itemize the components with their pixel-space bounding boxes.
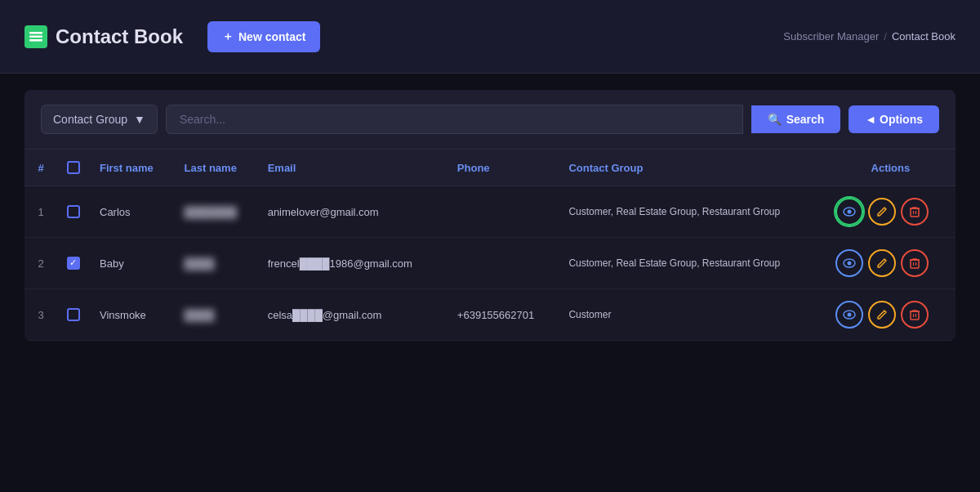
search-input[interactable]	[166, 105, 743, 134]
last-name-cell: ███████	[175, 186, 258, 238]
col-email: Email	[258, 150, 448, 186]
row-checkbox-cell	[57, 186, 90, 238]
breadcrumb: Subscriber Manager / Contact Book	[783, 30, 956, 42]
row-checkbox-cell	[57, 289, 90, 341]
plus-icon: ＋	[222, 29, 234, 44]
svg-rect-5	[911, 208, 919, 217]
logo-area: Contact Book	[24, 25, 183, 48]
row-checkbox-cell	[57, 238, 90, 289]
row-number: 3	[24, 289, 57, 341]
breadcrumb-current: Contact Book	[892, 30, 956, 42]
delete-button[interactable]	[901, 301, 929, 329]
row-checkbox[interactable]	[67, 308, 80, 321]
svg-rect-2	[29, 39, 42, 42]
actions-cell	[826, 289, 956, 341]
breadcrumb-separator: /	[884, 30, 887, 42]
row-checkbox[interactable]	[67, 257, 80, 270]
svg-point-10	[847, 262, 851, 266]
table-container: # First name Last name Email Phone Conta…	[24, 150, 956, 341]
col-last-name: Last name	[175, 150, 258, 186]
view-button[interactable]	[835, 249, 863, 277]
edit-button[interactable]	[868, 198, 896, 226]
edit-button[interactable]	[868, 249, 896, 277]
phone-cell	[448, 238, 559, 289]
svg-rect-17	[911, 311, 919, 320]
logo-icon	[24, 25, 47, 48]
dropdown-chevron-icon: ▼	[134, 113, 145, 126]
col-phone: Phone	[448, 150, 559, 186]
email-cell: animelover@gmail.com	[258, 186, 448, 238]
last-name-cell: ████	[175, 289, 258, 341]
view-button[interactable]	[835, 301, 863, 329]
email-cell: frencel████1986@gmail.com	[258, 238, 448, 289]
first-name-cell: Vinsmoke	[90, 289, 175, 341]
top-bar: Contact Book ＋ New contact Subscriber Ma…	[0, 0, 980, 74]
row-checkbox[interactable]	[67, 205, 80, 218]
svg-rect-11	[911, 260, 919, 268]
last-name-cell: ████	[175, 238, 258, 289]
actions-cell	[826, 186, 956, 238]
first-name-cell: Carlos	[90, 186, 175, 238]
contact-group-cell: Customer, Real Estate Group, Restaurant …	[559, 238, 825, 289]
contact-group-cell: Customer	[559, 289, 825, 341]
phone-cell	[448, 186, 559, 238]
delete-button[interactable]	[901, 249, 929, 277]
options-button[interactable]: ◄ Options	[849, 105, 939, 133]
edit-button[interactable]	[868, 301, 896, 329]
table-row: 1 Carlos ███████ animelover@gmail.com Cu…	[24, 186, 956, 238]
search-button[interactable]: 🔍 Search	[751, 105, 841, 133]
first-name-cell: Baby	[90, 238, 175, 289]
svg-point-16	[847, 313, 851, 317]
view-button[interactable]	[835, 198, 863, 226]
email-cell: celsa████@gmail.com	[258, 289, 448, 341]
row-number: 1	[24, 186, 57, 238]
contact-group-dropdown[interactable]: Contact Group ▼	[41, 105, 158, 134]
toolbar: Contact Group ▼ 🔍 Search ◄ Options	[24, 90, 956, 150]
header-checkbox[interactable]	[67, 161, 80, 174]
page-title: Contact Book	[56, 25, 183, 48]
phone-cell: +639155662701	[448, 289, 559, 341]
actions-cell	[826, 238, 956, 289]
col-contact-group: Contact Group	[559, 150, 825, 186]
breadcrumb-parent: Subscriber Manager	[783, 30, 879, 42]
contact-group-cell: Customer, Real Estate Group, Restaurant …	[559, 186, 825, 238]
table-row: 2 Baby ████ frencel████1986@gmail.com Cu…	[24, 238, 956, 289]
col-hash: #	[24, 150, 57, 186]
contacts-table: # First name Last name Email Phone Conta…	[24, 150, 956, 341]
table-row: 3 Vinsmoke ████ celsa████@gmail.com +639…	[24, 289, 956, 341]
svg-rect-1	[29, 35, 42, 38]
table-header-row: # First name Last name Email Phone Conta…	[24, 150, 956, 186]
delete-button[interactable]	[901, 198, 929, 226]
new-contact-button[interactable]: ＋ New contact	[207, 21, 320, 52]
svg-point-4	[847, 210, 851, 214]
main-content: Contact Group ▼ 🔍 Search ◄ Options # Fir…	[24, 90, 956, 341]
row-number: 2	[24, 238, 57, 289]
col-first-name: First name	[90, 150, 175, 186]
col-checkbox	[57, 150, 90, 186]
search-icon: 🔍	[768, 113, 782, 126]
col-actions: Actions	[826, 150, 956, 186]
svg-rect-0	[29, 32, 42, 34]
